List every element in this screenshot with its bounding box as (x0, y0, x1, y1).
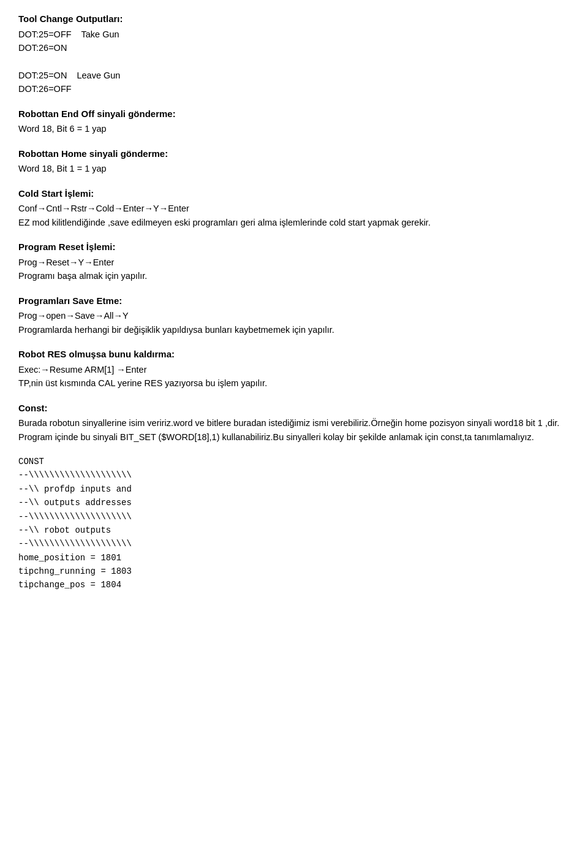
section-robottan-home-body: Word 18, Bit 1 = 1 yap (18, 162, 570, 175)
section-const-block: CONST --\\\\\\\\\\\\\\\\\\\\ --\\ profdp… (18, 455, 570, 592)
page-content: Tool Change Outputları: DOT:25=OFF Take … (18, 12, 570, 592)
line-const-robot-outputs: --\\ robot outputs (18, 523, 570, 537)
section-save-etme: Programları Save Etme: Prog→open→Save→Al… (18, 294, 570, 337)
section-save-etme-body: Prog→open→Save→All→Y Programlarda herhan… (18, 309, 570, 337)
line-dot26on: DOT:26=ON (18, 41, 570, 55)
section-cold-start-body: Conf→Cntl→Rstr→Cold→Enter→Y→Enter EZ mod… (18, 202, 570, 229)
section-const-desc-title: Const: (18, 402, 570, 416)
line-word18-bit1: Word 18, Bit 1 = 1 yap (18, 162, 570, 175)
line-prog-reset-steps: Prog→Reset→Y→Enter (18, 256, 570, 269)
line-const-desc: Burada robotun sinyallerine isim veririz… (18, 416, 570, 444)
section-robottan-home: Robottan Home sinyali gönderme: Word 18,… (18, 147, 570, 176)
line-cold-start-desc: EZ mod kilitlendiğinde ,save edilmeyen e… (18, 216, 570, 229)
section-robot-res-title: Robot RES olmuşsa bunu kaldırma: (18, 348, 570, 362)
line-home-position: home_position = 1801 (18, 551, 570, 565)
section-cold-start-title: Cold Start İşlemi: (18, 187, 570, 201)
section-robottan-end-off: Robottan End Off sinyali gönderme: Word … (18, 107, 570, 136)
section-robot-res-body: Exec:→Resume ARM[1] →Enter TP,nin üst kı… (18, 363, 570, 390)
line-const-sep3: --\\\\\\\\\\\\\\\\\\\\ (18, 537, 570, 550)
line-dot25on: DOT:25=ON Leave Gun (18, 69, 570, 82)
section-cold-start: Cold Start İşlemi: Conf→Cntl→Rstr→Cold→E… (18, 187, 570, 229)
line-res-steps: Exec:→Resume ARM[1] →Enter (18, 363, 570, 376)
section-tool-change: Tool Change Outputları: DOT:25=OFF Take … (18, 12, 570, 96)
line-blank1 (18, 55, 570, 68)
line-const-profdp: --\\ profdp inputs and (18, 482, 570, 496)
section-save-etme-title: Programları Save Etme: (18, 294, 570, 308)
line-dot26off: DOT:26=OFF (18, 82, 570, 96)
section-tool-change-title: Tool Change Outputları: (18, 12, 570, 26)
line-const-sep1: --\\\\\\\\\\\\\\\\\\\\ (18, 468, 570, 482)
line-save-steps: Prog→open→Save→All→Y (18, 309, 570, 322)
section-robottan-end-off-title: Robottan End Off sinyali gönderme: (18, 107, 570, 121)
section-program-reset: Program Reset İşlemi: Prog→Reset→Y→Enter… (18, 240, 570, 283)
section-program-reset-body: Prog→Reset→Y→Enter Programı başa almak i… (18, 256, 570, 283)
line-res-desc: TP,nin üst kısmında CAL yerine RES yazıy… (18, 376, 570, 390)
line-const-sep2: --\\\\\\\\\\\\\\\\\\\\ (18, 510, 570, 523)
section-robottan-end-off-body: Word 18, Bit 6 = 1 yap (18, 122, 570, 135)
section-robottan-home-title: Robottan Home sinyali gönderme: (18, 147, 570, 161)
section-const-desc-body: Burada robotun sinyallerine isim veririz… (18, 416, 570, 444)
line-tipchange-pos: tipchange_pos = 1804 (18, 578, 570, 592)
section-const-desc: Const: Burada robotun sinyallerine isim … (18, 402, 570, 444)
line-tipchng-running: tipchng_running = 1803 (18, 565, 570, 578)
section-program-reset-title: Program Reset İşlemi: (18, 240, 570, 254)
line-const-keyword: CONST (18, 455, 570, 468)
line-prog-reset-desc: Programı başa almak için yapılır. (18, 269, 570, 283)
line-save-desc: Programlarda herhangi bir değişiklik yap… (18, 323, 570, 337)
line-cold-start-steps: Conf→Cntl→Rstr→Cold→Enter→Y→Enter (18, 202, 570, 215)
section-const-block-body: CONST --\\\\\\\\\\\\\\\\\\\\ --\\ profdp… (18, 455, 570, 592)
section-robot-res: Robot RES olmuşsa bunu kaldırma: Exec:→R… (18, 348, 570, 390)
line-word18-bit6: Word 18, Bit 6 = 1 yap (18, 122, 570, 135)
line-dot25off: DOT:25=OFF Take Gun (18, 28, 570, 41)
line-const-outputs-addr: --\\ outputs addresses (18, 496, 570, 509)
section-tool-change-body: DOT:25=OFF Take Gun DOT:26=ON DOT:25=ON … (18, 28, 570, 96)
